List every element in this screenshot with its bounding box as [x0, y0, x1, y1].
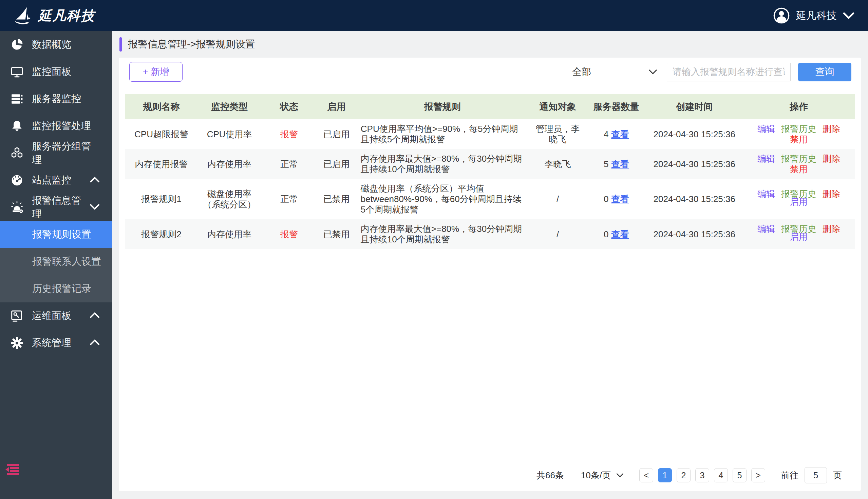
column-header: 监控类型 [198, 94, 261, 119]
action-enable[interactable]: 启用 [790, 197, 808, 207]
page-button-4[interactable]: 4 [714, 468, 728, 483]
sidebar-item-6[interactable]: 报警信息管理 [0, 194, 112, 221]
action-edit[interactable]: 编辑 [757, 124, 775, 134]
actions-cell: 编辑报警历史删除启用 [743, 219, 855, 249]
sidebar-item-label: 监控报警处理 [32, 119, 100, 133]
monitor-type-cell: 内存使用率 [198, 149, 261, 179]
main-content: 报警信息管理->报警规则设置 + 新增 全部 查询 规则名称 [112, 31, 868, 499]
table-row: 报警规则2内存使用率报警已禁用内存使用率最大值>=80%，每30分钟周期且持续1… [125, 219, 855, 249]
content-card: + 新增 全部 查询 规则名称监控类型状态启用报警规则通知对象服务器数量创建时间… [119, 58, 861, 491]
status-badge: 报警 [280, 229, 298, 239]
column-header: 服务器数量 [586, 94, 646, 119]
submenu-item-2[interactable]: 历史报警记录 [0, 275, 112, 302]
action-del[interactable]: 删除 [822, 224, 840, 234]
action-del[interactable]: 删除 [822, 154, 840, 164]
created-time-cell: 2024-04-30 15:25:36 [646, 149, 743, 179]
action-del[interactable]: 删除 [822, 189, 840, 199]
enabled-cell: 已启用 [317, 149, 356, 179]
alarm-rule-cell: 磁盘使用率（系统分区）平均值between80%-90%，每60分钟周期且持续5… [356, 179, 529, 219]
sidebar-item-label: 监控面板 [32, 65, 100, 78]
logo-icon [14, 6, 33, 25]
column-header: 报警规则 [356, 94, 529, 119]
sidebar-item-5[interactable]: 站点监控 [0, 167, 112, 194]
notify-target-cell: 李晓飞 [529, 149, 587, 179]
brand[interactable]: 延凡科技 [14, 6, 95, 25]
alarm-rule-cell: 内存使用率最大值>=80%，每30分钟周期且持续10个周期就报警 [356, 149, 529, 179]
view-servers-link[interactable]: 查看 [611, 229, 629, 239]
sidebar-item-0[interactable]: 数据概览 [0, 31, 112, 58]
column-header: 状态 [261, 94, 317, 119]
status-cell: 报警 [261, 219, 317, 249]
action-del[interactable]: 删除 [822, 124, 840, 134]
notify-target-cell: 管理员，李晓飞 [529, 119, 587, 149]
action-edit[interactable]: 编辑 [757, 189, 775, 199]
gauge-icon [10, 174, 24, 187]
chevron-down-icon [90, 204, 100, 211]
view-servers-link[interactable]: 查看 [611, 194, 629, 204]
status-cell: 正常 [261, 179, 317, 219]
sidebar-item-1[interactable]: 监控面板 [0, 58, 112, 85]
action-edit[interactable]: 编辑 [757, 154, 775, 164]
page-size-select[interactable]: 10条/页 [581, 470, 624, 482]
page-button-3[interactable]: 3 [695, 468, 709, 483]
action-enable[interactable]: 启用 [790, 232, 808, 242]
notify-target-cell: / [529, 219, 587, 249]
sidebar-item-label: 站点监控 [32, 173, 90, 187]
status-cell: 正常 [261, 149, 317, 179]
table-row: CPU超限报警CPU使用率报警已启用CPU使用率平均值>=90%，每5分钟周期且… [125, 119, 855, 149]
submenu-item-1[interactable]: 报警联系人设置 [0, 248, 112, 275]
collapse-sidebar-button[interactable] [5, 464, 20, 477]
server-count-cell: 0查看 [586, 219, 646, 249]
action-history[interactable]: 报警历史 [781, 124, 817, 134]
page-button-2[interactable]: 2 [677, 468, 691, 483]
action-edit[interactable]: 编辑 [757, 224, 775, 234]
column-header: 操作 [743, 94, 855, 119]
sidebar-item-2[interactable]: 服务器监控 [0, 85, 112, 112]
server-count-cell: 0查看 [586, 179, 646, 219]
enabled-cell: 已启用 [317, 119, 356, 149]
action-ban[interactable]: 禁用 [790, 164, 808, 174]
monitor-icon [10, 65, 24, 78]
add-button[interactable]: + 新增 [129, 62, 182, 82]
search-button[interactable]: 查询 [798, 63, 852, 81]
cubes-icon [10, 147, 24, 160]
sidebar-item-4[interactable]: 服务器分组管理 [0, 140, 112, 167]
gear-icon [10, 337, 24, 350]
actions-cell: 编辑报警历史删除禁用 [743, 149, 855, 179]
page-button-5[interactable]: 5 [733, 468, 747, 483]
server-count-cell: 5查看 [586, 149, 646, 179]
search-input[interactable] [667, 63, 790, 81]
submenu-item-0[interactable]: 报警规则设置 [0, 221, 112, 248]
avatar-icon [773, 7, 790, 24]
filter-select[interactable]: 全部 [572, 65, 662, 78]
action-ban[interactable]: 禁用 [790, 134, 808, 144]
breadcrumb-accent [119, 37, 122, 51]
column-header: 启用 [317, 94, 356, 119]
monitor-type-cell: 磁盘使用率（系统分区） [198, 179, 261, 219]
monitor-type-cell: 内存使用率 [198, 219, 261, 249]
alarm-rule-cell: 内存使用率最大值>=80%，每30分钟周期且持续10个周期就报警 [356, 219, 529, 249]
page-button-1[interactable]: 1 [658, 468, 672, 483]
server-count: 4 [604, 129, 608, 139]
column-header: 创建时间 [646, 94, 743, 119]
view-servers-link[interactable]: 查看 [611, 159, 629, 169]
sidebar-item-8[interactable]: 系统管理 [0, 329, 112, 357]
rule-name-cell: 内存使用报警 [125, 149, 198, 179]
created-time-cell: 2024-04-30 15:25:36 [646, 179, 743, 219]
goto-page-input[interactable] [805, 467, 827, 483]
breadcrumb: 报警信息管理->报警规则设置 [112, 31, 868, 58]
prev-page-button[interactable]: < [639, 468, 653, 483]
next-page-button[interactable]: > [751, 468, 765, 483]
rule-name-cell: 报警规则1 [125, 179, 198, 219]
rules-table: 规则名称监控类型状态启用报警规则通知对象服务器数量创建时间操作 CPU超限报警C… [125, 94, 855, 249]
actions-cell: 编辑报警历史删除启用 [743, 179, 855, 219]
bell-icon [10, 120, 24, 133]
view-servers-link[interactable]: 查看 [611, 129, 629, 139]
column-header: 通知对象 [529, 94, 587, 119]
user-menu[interactable]: 延凡科技 [773, 7, 854, 24]
sidebar-item-7[interactable]: 运维面板 [0, 302, 112, 329]
table-row: 内存使用报警内存使用率正常已启用内存使用率最大值>=80%，每30分钟周期且持续… [125, 149, 855, 179]
server-icon [10, 93, 24, 106]
action-history[interactable]: 报警历史 [781, 154, 817, 164]
sidebar-item-3[interactable]: 监控报警处理 [0, 112, 112, 140]
